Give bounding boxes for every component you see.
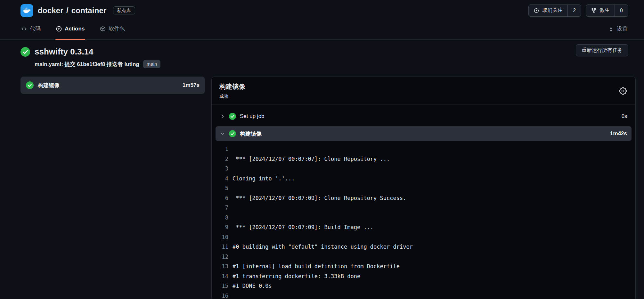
log-line[interactable]: 5 [216,183,632,193]
log-line-number: 6 [216,193,228,203]
repo-tabbar: 代码 Actions 软件包 设置 [0,18,644,40]
log-view: 12 *** [2024/12/07 00:07:07]: Clone Repo… [216,144,632,299]
step-name: Set up job [240,113,618,120]
visibility-badge: 私有库 [113,6,135,14]
run-header: sshwifty 0.3.14 main.yaml: 提交 61be1f3ef8… [0,40,644,68]
run-commit-line[interactable]: main.yaml: 提交 61be1f3ef8 推送者 luting [35,61,139,68]
log-line[interactable]: 1 [216,144,632,154]
log-line-text: #0 building with "default" instance usin… [232,242,413,252]
log-line-number: 14 [216,271,228,281]
log-line-number: 9 [216,222,228,232]
log-line-number: 10 [216,232,228,242]
eye-icon [534,8,539,13]
play-circle-icon [56,26,62,32]
tab-code-label: 代码 [30,25,41,32]
log-line[interactable]: 7 [216,203,632,213]
job-check-circle-icon [26,81,34,89]
run-title: sshwifty 0.3.14 [35,47,94,57]
log-line-text: *** [2024/12/07 00:07:07]: Clone Reposit… [232,154,390,164]
rerun-all-jobs-button[interactable]: 重新运行所有任务 [576,44,628,56]
job-name: 构建镜像 [38,82,178,89]
log-line-number: 2 [216,154,228,164]
step-check-circle-icon [229,113,236,120]
repo-name-link[interactable]: container [71,6,107,15]
log-line-number: 16 [216,291,228,299]
watch-button[interactable]: 取消关注 2 [528,4,581,17]
branch-badge[interactable]: main [143,60,161,68]
log-line-number: 15 [216,281,228,291]
repo-actions: 取消关注 2 派生 0 [528,4,628,17]
chevron-right-icon [220,114,225,119]
log-line-text: *** [2024/12/07 00:07:09]: Clone Reposit… [232,193,406,203]
job-panel-header: 构建镜像 成功 [212,77,635,104]
tab-packages-label: 软件包 [109,25,125,32]
log-line-number: 8 [216,213,228,223]
log-line[interactable]: 13#1 [internal] load build definition fr… [216,262,632,271]
log-line[interactable]: 12 [216,252,632,262]
code-brackets-icon [21,26,27,32]
run-status-check-circle-icon [20,47,30,57]
job-panel-title: 构建镜像 [219,82,245,91]
log-line-number: 13 [216,262,228,271]
step-row-build-image[interactable]: 构建镜像 1m42s [216,126,632,141]
log-line-text: #1 transferring dockerfile: 3.33kB done [232,271,360,281]
step-duration: 1m42s [610,130,627,137]
watch-count[interactable]: 2 [567,5,581,16]
repo-title: docker / container [38,6,107,15]
job-detail-panel: 构建镜像 成功 S [211,77,636,299]
repo-title-group: docker / container 私有库 [20,4,528,17]
log-line-number: 4 [216,174,228,184]
job-list-item[interactable]: 构建镜像 1m57s [20,77,205,94]
gear-icon[interactable] [619,87,627,95]
tab-code[interactable]: 代码 [20,18,41,39]
fork-button-label: 派生 [599,7,610,14]
log-line-text: #1 DONE 0.0s [232,281,272,291]
job-duration: 1m57s [183,82,200,88]
tab-settings[interactable]: 设置 [607,18,628,39]
log-line-text: Cloning into '.'... [232,174,295,184]
wrench-icon [608,26,614,32]
step-row-setup-job[interactable]: Set up job 0s [216,106,632,126]
log-line[interactable]: 6 *** [2024/12/07 00:07:09]: Clone Repos… [216,193,632,203]
fork-button[interactable]: 派生 0 [586,4,628,17]
log-line[interactable]: 15#1 DONE 0.0s [216,281,632,291]
log-line[interactable]: 14#1 transferring dockerfile: 3.33kB don… [216,271,632,281]
chevron-down-icon [220,131,225,136]
log-line[interactable]: 3 [216,164,632,174]
run-content: 构建镜像 1m57s 构建镜像 成功 [0,77,644,299]
log-line-number: 3 [216,164,228,174]
log-line[interactable]: 2 *** [2024/12/07 00:07:07]: Clone Repos… [216,154,632,164]
log-line[interactable]: 16 [216,291,632,299]
step-check-circle-icon [229,130,236,137]
docker-whale-icon[interactable] [20,4,33,17]
log-line-number: 11 [216,242,228,252]
fork-count[interactable]: 0 [615,5,628,16]
step-list: Set up job 0s 构建镜像 1m42s 12 *** [2024/12… [212,104,635,299]
watch-button-label: 取消关注 [542,7,563,14]
log-line[interactable]: 11#0 building with "default" instance us… [216,242,632,252]
step-duration: 0s [622,113,627,119]
step-name: 构建镜像 [240,130,606,137]
repo-header: docker / container 私有库 取消关注 2 [0,0,644,18]
log-line-number: 7 [216,203,228,213]
log-line[interactable]: 10 [216,232,632,242]
job-panel-status: 成功 [219,94,245,99]
repo-title-separator: / [66,6,69,15]
job-list: 构建镜像 1m57s [20,77,205,94]
tab-actions-label: Actions [65,26,85,32]
log-line-number: 1 [216,144,228,154]
log-line[interactable]: 9 *** [2024/12/07 00:07:09]: Build Image… [216,222,632,232]
log-line-text: #1 [internal] load build definition from… [232,262,400,271]
repo-owner-link[interactable]: docker [38,6,63,15]
git-fork-icon [591,8,597,13]
log-line-number: 5 [216,183,228,193]
package-cube-icon [100,26,106,32]
tab-actions[interactable]: Actions [55,18,85,39]
log-line-text: *** [2024/12/07 00:07:09]: Build Image .… [232,222,373,232]
log-line-number: 12 [216,252,228,262]
log-line[interactable]: 8 [216,213,632,223]
tab-settings-label: 设置 [617,25,628,32]
log-line[interactable]: 4Cloning into '.'... [216,174,632,184]
tab-packages[interactable]: 软件包 [99,18,126,39]
